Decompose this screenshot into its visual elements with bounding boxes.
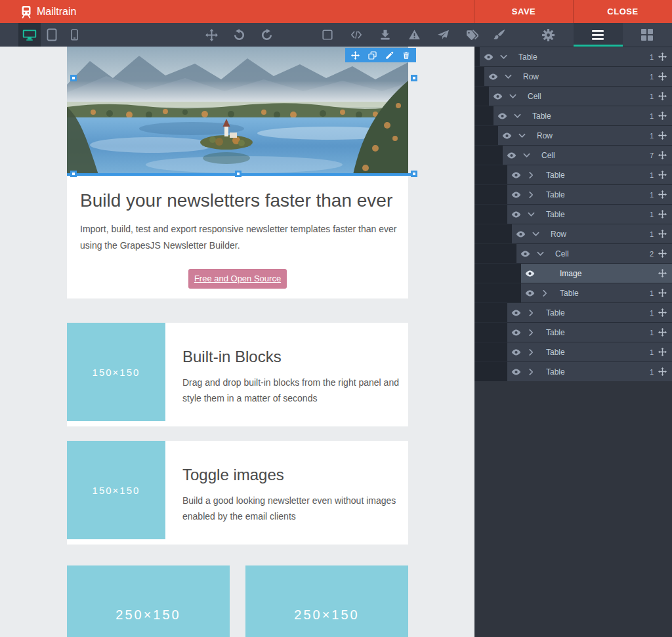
layer-row[interactable]: Table 1	[474, 184, 672, 204]
chevron-down-icon[interactable]	[537, 251, 544, 257]
resize-handle-bottom-right[interactable]	[411, 171, 417, 177]
free-open-source-button[interactable]: Free and Open Source	[188, 269, 287, 289]
eye-icon[interactable]	[511, 191, 521, 199]
resize-handle-right[interactable]	[411, 75, 417, 81]
tab-style-manager[interactable]	[474, 23, 524, 47]
feature-heading[interactable]: Built-in Blocks	[182, 348, 412, 366]
edit-pencil-icon[interactable]	[385, 51, 394, 60]
close-button[interactable]: CLOSE	[573, 0, 672, 23]
layer-row[interactable]: Cell 1	[474, 86, 672, 106]
chevron-down-icon[interactable]	[529, 329, 534, 336]
move-icon[interactable]	[351, 51, 360, 60]
layer-row[interactable]: Cell 2	[474, 243, 672, 263]
chevron-down-icon[interactable]	[529, 171, 534, 178]
save-button[interactable]: SAVE	[474, 0, 573, 23]
layer-row[interactable]: Table 1	[474, 106, 672, 125]
feature-paragraph[interactable]: Build a good looking newsletter even wit…	[182, 493, 412, 525]
layer-row[interactable]: Table 1	[474, 204, 672, 224]
hero-text-block[interactable]: Build your newsletters faster than ever …	[67, 175, 408, 298]
feature-block[interactable]: 150×150 Toggle images Build a good looki…	[67, 441, 408, 545]
component-borders-button[interactable]	[316, 23, 339, 47]
chevron-down-icon[interactable]	[543, 289, 548, 297]
move-icon[interactable]	[658, 249, 672, 258]
image-placeholder-250[interactable]: 250×150	[67, 565, 230, 637]
open-code-button[interactable]	[345, 23, 368, 47]
eye-icon[interactable]	[520, 250, 530, 258]
device-mobile-button[interactable]	[63, 23, 85, 47]
eye-icon[interactable]	[484, 53, 494, 61]
import-button[interactable]	[374, 23, 396, 47]
hero-heading[interactable]: Build your newsletters faster than ever	[80, 190, 395, 211]
chevron-down-icon[interactable]	[523, 153, 530, 158]
move-icon[interactable]	[658, 367, 672, 376]
redo-button[interactable]	[255, 23, 278, 47]
move-icon[interactable]	[658, 151, 672, 159]
send-test-button[interactable]	[432, 23, 454, 47]
layer-row[interactable]: Table 1	[474, 342, 672, 361]
move-icon[interactable]	[658, 328, 672, 337]
device-tablet-button[interactable]	[41, 23, 63, 47]
eye-icon[interactable]	[507, 152, 516, 159]
eye-icon[interactable]	[511, 368, 521, 376]
move-icon[interactable]	[658, 269, 672, 277]
move-icon[interactable]	[658, 92, 672, 100]
chevron-down-icon[interactable]	[529, 368, 534, 375]
tab-blocks[interactable]	[623, 23, 672, 47]
device-desktop-button[interactable]	[18, 23, 41, 47]
eye-icon[interactable]	[511, 348, 521, 356]
layer-row[interactable]: Cell 7	[474, 145, 672, 165]
image-placeholder-150[interactable]: 150×150	[67, 441, 165, 539]
eye-icon[interactable]	[525, 270, 535, 277]
layer-row[interactable]: Image	[474, 263, 672, 283]
chevron-down-icon[interactable]	[509, 94, 516, 99]
move-icon[interactable]	[658, 112, 672, 120]
move-tool-button[interactable]	[200, 23, 222, 47]
move-icon[interactable]	[658, 72, 672, 81]
copy-icon[interactable]	[368, 51, 377, 60]
eye-icon[interactable]	[511, 171, 521, 179]
eye-icon[interactable]	[502, 132, 512, 140]
eye-icon[interactable]	[525, 289, 535, 297]
resize-handle-left[interactable]	[70, 75, 77, 81]
chevron-down-icon[interactable]	[500, 54, 507, 60]
eye-icon[interactable]	[516, 230, 526, 238]
feature-block[interactable]: 150×150 Built-in Blocks Drag and drop bu…	[67, 323, 408, 426]
layer-row[interactable]: Table 1	[474, 322, 672, 342]
chevron-down-icon[interactable]	[528, 212, 535, 217]
chevron-down-icon[interactable]	[505, 74, 512, 79]
image-placeholder-150[interactable]: 150×150	[67, 323, 165, 421]
move-icon[interactable]	[658, 289, 672, 297]
resize-handle-bottom[interactable]	[235, 171, 242, 177]
move-icon[interactable]	[658, 210, 672, 218]
layer-row[interactable]: Table 1	[474, 47, 672, 66]
eye-icon[interactable]	[488, 73, 498, 81]
delete-trash-icon[interactable]	[402, 51, 410, 60]
chevron-down-icon[interactable]	[518, 133, 526, 138]
eye-icon[interactable]	[497, 112, 507, 120]
tab-settings[interactable]	[524, 23, 573, 47]
chevron-down-icon[interactable]	[529, 348, 534, 356]
eye-icon[interactable]	[511, 329, 521, 337]
image-placeholder-250[interactable]: 250×150	[245, 565, 408, 637]
move-icon[interactable]	[658, 131, 672, 140]
feature-paragraph[interactable]: Drag and drop built-in blocks from the r…	[182, 375, 412, 407]
move-icon[interactable]	[658, 190, 672, 199]
undo-button[interactable]	[228, 23, 250, 47]
eye-icon[interactable]	[493, 92, 503, 100]
move-icon[interactable]	[658, 171, 672, 179]
resize-handle-bottom-left[interactable]	[70, 171, 77, 177]
move-icon[interactable]	[658, 308, 672, 317]
warning-button[interactable]	[403, 23, 425, 47]
layer-row[interactable]: Table 1	[474, 165, 672, 184]
eye-icon[interactable]	[511, 309, 521, 317]
layer-row[interactable]: Table 1	[474, 361, 672, 381]
layer-row[interactable]: Table 1	[474, 302, 672, 322]
feature-heading[interactable]: Toggle images	[182, 466, 412, 484]
layer-row[interactable]: Row 1	[474, 224, 672, 243]
chevron-down-icon[interactable]	[529, 191, 534, 198]
move-icon[interactable]	[658, 348, 672, 356]
chevron-down-icon[interactable]	[532, 232, 539, 237]
eye-icon[interactable]	[511, 211, 521, 218]
tab-layers[interactable]	[574, 23, 623, 47]
layer-row[interactable]: Row 1	[474, 66, 672, 86]
